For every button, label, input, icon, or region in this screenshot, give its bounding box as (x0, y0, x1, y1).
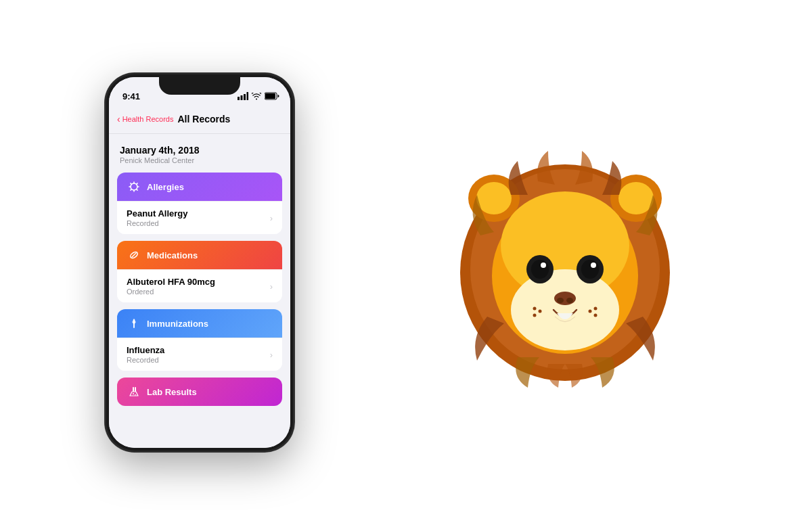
medications-label: Medications (147, 250, 198, 260)
nav-bar: ‹ Health Records All Records (109, 104, 290, 134)
albuterol-info: Albuterol HFA 90mcg Ordered (127, 277, 270, 296)
influenza-status: Recorded (127, 356, 270, 364)
immunizations-icon (127, 316, 141, 331)
influenza-item[interactable]: Influenza Recorded › (117, 338, 282, 371)
medications-card: Medications Albuterol HFA 90mcg Ordered … (117, 241, 282, 302)
iphone-screen: 9:41 (109, 77, 290, 448)
svg-point-41 (557, 298, 564, 303)
wifi-icon (252, 93, 261, 101)
svg-rect-1 (241, 95, 243, 100)
date-section: January 4th, 2018 Penick Medical Center (117, 145, 282, 164)
svg-point-36 (541, 262, 546, 268)
albuterol-chevron-icon: › (270, 281, 273, 292)
svg-line-12 (137, 189, 137, 190)
immunizations-card: Immunizations Influenza Recorded › (117, 309, 282, 371)
status-time: 9:41 (120, 91, 140, 101)
immunizations-header: Immunizations (117, 309, 282, 338)
svg-rect-19 (133, 319, 135, 324)
facility-name: Penick Medical Center (120, 156, 279, 164)
albuterol-item[interactable]: Albuterol HFA 90mcg Ordered › (117, 269, 282, 302)
lab-results-card: Lab Results (117, 378, 282, 406)
influenza-info: Influenza Recorded (127, 345, 270, 364)
page-title: All Records (178, 114, 231, 124)
influenza-name: Influenza (127, 345, 270, 355)
svg-point-35 (531, 260, 549, 279)
content-area: January 4th, 2018 Penick Medical Center (109, 134, 290, 448)
svg-point-24 (135, 394, 136, 396)
svg-line-13 (137, 183, 137, 184)
back-label: Health Records (122, 115, 174, 123)
svg-rect-5 (265, 93, 275, 99)
svg-point-48 (594, 314, 597, 317)
immunizations-label: Immunizations (147, 319, 208, 329)
signal-bars-icon (238, 92, 248, 101)
back-button[interactable]: ‹ Health Records (117, 114, 174, 124)
date-title: January 4th, 2018 (120, 145, 279, 156)
svg-rect-2 (244, 94, 246, 100)
medications-header: Medications (117, 241, 282, 269)
allergies-label: Allergies (147, 182, 184, 192)
svg-point-40 (554, 292, 576, 305)
peanut-allergy-info: Peanut Allergy Recorded (127, 208, 270, 227)
lab-results-label: Lab Results (147, 387, 197, 397)
status-icons (238, 92, 279, 101)
albuterol-name: Albuterol HFA 90mcg (127, 277, 270, 287)
svg-rect-22 (135, 387, 136, 392)
svg-point-43 (533, 307, 537, 311)
albuterol-status: Ordered (127, 288, 270, 296)
svg-point-28 (476, 182, 512, 214)
iphone-device: 9:41 (105, 73, 294, 452)
peanut-allergy-item[interactable]: Peanut Allergy Recorded › (117, 201, 282, 234)
svg-point-30 (618, 182, 654, 214)
svg-point-47 (589, 310, 592, 313)
influenza-chevron-icon: › (270, 350, 273, 360)
peanut-allergy-name: Peanut Allergy (127, 208, 270, 219)
lab-results-header: Lab Results (117, 378, 282, 406)
lab-results-icon (127, 384, 141, 399)
svg-point-23 (133, 393, 134, 394)
back-chevron-icon: ‹ (117, 114, 120, 124)
svg-line-14 (131, 189, 131, 190)
allergies-card: Allergies Peanut Allergy Recorded › (117, 173, 282, 234)
svg-point-44 (539, 310, 542, 313)
svg-point-33 (511, 269, 619, 350)
svg-point-38 (581, 260, 599, 279)
svg-point-39 (591, 262, 596, 268)
peanut-allergy-chevron-icon: › (270, 213, 273, 223)
svg-rect-21 (133, 387, 134, 392)
medications-icon (127, 248, 141, 262)
svg-rect-3 (247, 92, 249, 100)
allergies-header: Allergies (117, 173, 282, 201)
svg-point-42 (566, 298, 573, 303)
peanut-allergy-status: Recorded (127, 219, 270, 227)
svg-point-46 (594, 307, 597, 311)
svg-rect-0 (238, 97, 240, 100)
lion-animoji (423, 120, 707, 405)
svg-point-45 (533, 314, 537, 317)
notch (159, 77, 240, 95)
allergies-icon (127, 179, 141, 194)
battery-icon (265, 92, 279, 101)
scene: 9:41 (0, 0, 812, 525)
svg-line-11 (131, 183, 131, 184)
